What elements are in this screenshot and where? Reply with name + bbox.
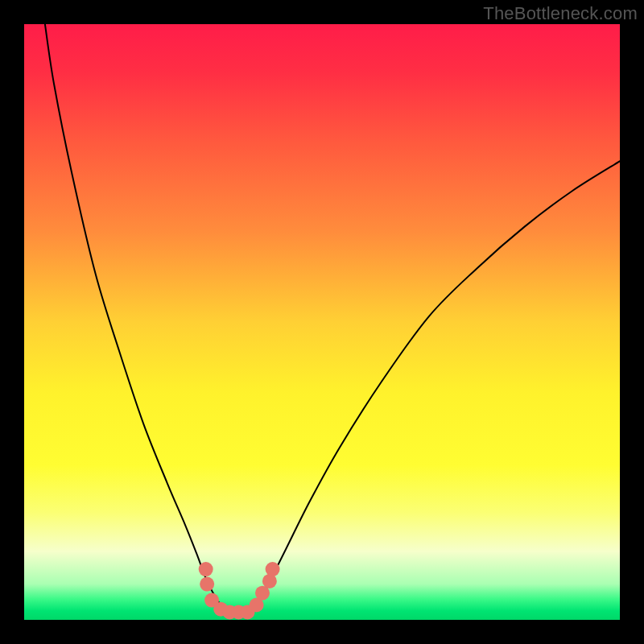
curve-marker [199, 562, 213, 576]
curve-markers [199, 562, 280, 619]
bottleneck-curve [45, 24, 620, 613]
watermark-text: TheBottleneck.com [483, 3, 638, 24]
plot-area [24, 24, 620, 620]
outer-frame: TheBottleneck.com [0, 0, 644, 644]
curve-marker [266, 562, 280, 576]
curve-marker [200, 577, 214, 592]
chart-svg [24, 24, 620, 620]
